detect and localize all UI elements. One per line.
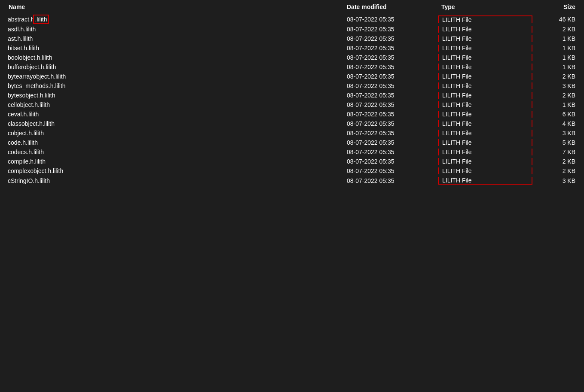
file-name: bytes_methods.h.lilith: [8, 82, 66, 89]
table-row[interactable]: cStringIO.h.lilith08-07-2022 05:35LILITH…: [0, 176, 584, 186]
cell-date: 08-07-2022 05:35: [343, 111, 438, 118]
file-name: bufferobject.h.lilith: [8, 64, 56, 70]
table-row[interactable]: bufferobject.h.lilith08-07-2022 05:35LIL…: [0, 62, 584, 72]
file-name: cobject.h.lilith: [8, 130, 44, 137]
cell-name: ceval.h.lilith: [0, 111, 343, 118]
table-row[interactable]: complexobject.h.lilith08-07-2022 05:35LI…: [0, 166, 584, 176]
cell-type: LILITH File: [438, 101, 532, 108]
cell-name: code.h.lilith: [0, 139, 343, 146]
file-name: complexobject.h.lilith: [8, 167, 63, 174]
table-row[interactable]: asdl.h.lilith08-07-2022 05:35LILITH File…: [0, 24, 584, 34]
cell-size: 2 KB: [532, 92, 584, 99]
cell-name: cStringIO.h.lilith: [0, 177, 343, 184]
cell-date: 08-07-2022 05:35: [343, 45, 438, 52]
cell-type: LILITH File: [438, 130, 532, 137]
cell-name: cellobject.h.lilith: [0, 101, 343, 108]
cell-name: classobject.h.lilith: [0, 120, 343, 127]
file-name: bytearrayobject.h.lilith: [8, 73, 66, 80]
table-row[interactable]: bitset.h.lilith08-07-2022 05:35LILITH Fi…: [0, 43, 584, 53]
cell-size: 1 KB: [532, 35, 584, 42]
file-name: abstract.h.lilith: [8, 16, 48, 23]
header-name: Name: [0, 3, 343, 10]
cell-size: 46 KB: [532, 16, 584, 23]
cell-size: 3 KB: [532, 130, 584, 137]
cell-type: LILITH File: [438, 111, 532, 118]
cell-type: LILITH File: [438, 15, 532, 23]
file-explorer: Name Date modified Type Size abstract.h.…: [0, 0, 584, 392]
table-row[interactable]: codecs.h.lilith08-07-2022 05:35LILITH Fi…: [0, 147, 584, 157]
file-list: abstract.h.lilith08-07-2022 05:35LILITH …: [0, 14, 584, 186]
cell-date: 08-07-2022 05:35: [343, 82, 438, 89]
cell-date: 08-07-2022 05:35: [343, 177, 438, 184]
cell-date: 08-07-2022 05:35: [343, 64, 438, 70]
cell-date: 08-07-2022 05:35: [343, 139, 438, 146]
file-name: boolobject.h.lilith: [8, 54, 52, 61]
cell-size: 2 KB: [532, 26, 584, 33]
file-name: classobject.h.lilith: [8, 120, 55, 127]
highlighted-text: .lilith: [34, 15, 48, 23]
cell-size: 5 KB: [532, 139, 584, 146]
cell-name: bytearrayobject.h.lilith: [0, 73, 343, 80]
file-name: ast.h.lilith: [8, 35, 33, 42]
cell-name: boolobject.h.lilith: [0, 54, 343, 61]
cell-size: 1 KB: [532, 54, 584, 61]
cell-type: LILITH File: [438, 35, 532, 42]
file-name: asdl.h.lilith: [8, 26, 36, 33]
cell-name: ast.h.lilith: [0, 35, 343, 42]
cell-type: LILITH File: [438, 120, 532, 127]
cell-date: 08-07-2022 05:35: [343, 54, 438, 61]
cell-type: LILITH File: [438, 139, 532, 146]
cell-size: 2 KB: [532, 158, 584, 165]
cell-size: 7 KB: [532, 149, 584, 155]
cell-type: LILITH File: [438, 73, 532, 80]
cell-type: LILITH File: [438, 92, 532, 99]
cell-name: asdl.h.lilith: [0, 26, 343, 33]
table-row[interactable]: ast.h.lilith08-07-2022 05:35LILITH File1…: [0, 34, 584, 43]
cell-date: 08-07-2022 05:35: [343, 73, 438, 80]
header-type: Type: [438, 3, 532, 10]
cell-type: LILITH File: [438, 26, 532, 33]
cell-date: 08-07-2022 05:35: [343, 16, 438, 23]
cell-date: 08-07-2022 05:35: [343, 130, 438, 137]
cell-date: 08-07-2022 05:35: [343, 149, 438, 155]
cell-name: codecs.h.lilith: [0, 149, 343, 155]
cell-name: bitset.h.lilith: [0, 45, 343, 52]
table-row[interactable]: compile.h.lilith08-07-2022 05:35LILITH F…: [0, 157, 584, 166]
cell-type: LILITH File: [438, 149, 532, 155]
cell-type: LILITH File: [438, 158, 532, 165]
cell-size: 3 KB: [532, 177, 584, 184]
table-row[interactable]: code.h.lilith08-07-2022 05:35LILITH File…: [0, 138, 584, 147]
cell-date: 08-07-2022 05:35: [343, 92, 438, 99]
cell-size: 3 KB: [532, 82, 584, 89]
table-row[interactable]: bytes_methods.h.lilith08-07-2022 05:35LI…: [0, 81, 584, 91]
table-row[interactable]: classobject.h.lilith08-07-2022 05:35LILI…: [0, 119, 584, 128]
cell-size: 1 KB: [532, 64, 584, 70]
table-row[interactable]: abstract.h.lilith08-07-2022 05:35LILITH …: [0, 14, 584, 24]
cell-type: LILITH File: [438, 64, 532, 70]
cell-size: 1 KB: [532, 101, 584, 108]
table-row[interactable]: ceval.h.lilith08-07-2022 05:35LILITH Fil…: [0, 109, 584, 119]
table-row[interactable]: cellobject.h.lilith08-07-2022 05:35LILIT…: [0, 100, 584, 109]
file-name: codecs.h.lilith: [8, 149, 44, 155]
cell-size: 1 KB: [532, 45, 584, 52]
cell-size: 4 KB: [532, 120, 584, 127]
cell-name: bytes_methods.h.lilith: [0, 82, 343, 89]
cell-type: LILITH File: [438, 54, 532, 61]
cell-name: compile.h.lilith: [0, 158, 343, 165]
header-size: Size: [532, 3, 584, 10]
cell-type: LILITH File: [438, 45, 532, 52]
table-row[interactable]: bytearrayobject.h.lilith08-07-2022 05:35…: [0, 72, 584, 81]
file-name: code.h.lilith: [8, 139, 38, 146]
file-name: bytesobject.h.lilith: [8, 92, 55, 99]
cell-name: bufferobject.h.lilith: [0, 64, 343, 70]
cell-date: 08-07-2022 05:35: [343, 158, 438, 165]
cell-type: LILITH File: [438, 82, 532, 89]
cell-date: 08-07-2022 05:35: [343, 120, 438, 127]
table-row[interactable]: boolobject.h.lilith08-07-2022 05:35LILIT…: [0, 53, 584, 62]
table-row[interactable]: cobject.h.lilith08-07-2022 05:35LILITH F…: [0, 128, 584, 138]
header-date: Date modified: [343, 3, 438, 10]
cell-name: abstract.h.lilith: [0, 16, 343, 23]
table-row[interactable]: bytesobject.h.lilith08-07-2022 05:35LILI…: [0, 91, 584, 100]
cell-date: 08-07-2022 05:35: [343, 26, 438, 33]
table-header: Name Date modified Type Size: [0, 0, 584, 14]
